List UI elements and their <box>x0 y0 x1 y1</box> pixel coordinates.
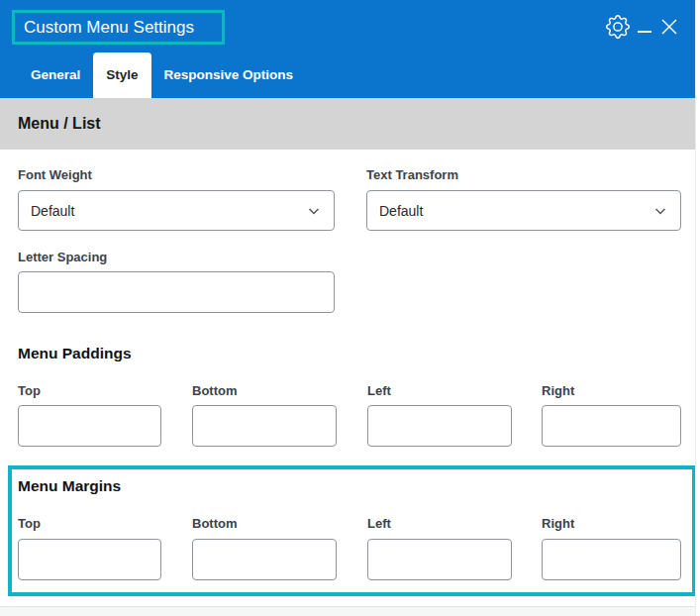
padding-right-label: Right <box>542 383 574 398</box>
tab-responsive-options[interactable]: Responsive Options <box>151 52 307 98</box>
margin-right-label: Right <box>542 516 574 531</box>
menu-paddings-heading: Menu Paddings <box>18 345 132 362</box>
font-weight-value: Default <box>31 203 306 219</box>
padding-left-label: Left <box>367 383 391 398</box>
chevron-down-icon <box>306 203 322 219</box>
letter-spacing-input[interactable] <box>18 271 335 313</box>
dialog-header: Custom Menu Settings General Style Respo… <box>0 0 695 98</box>
margin-bottom-input[interactable] <box>192 539 337 580</box>
font-weight-select[interactable]: Default <box>18 190 335 231</box>
margin-left-input[interactable] <box>367 539 512 580</box>
text-transform-select[interactable]: Default <box>366 190 681 231</box>
next-section-edge <box>0 606 695 616</box>
padding-left-input[interactable] <box>367 405 512 447</box>
margin-right-input[interactable] <box>542 539 681 580</box>
close-icon[interactable] <box>658 16 680 38</box>
padding-bottom-input[interactable] <box>192 405 337 447</box>
scrollbar-gutter <box>695 0 700 616</box>
tab-general[interactable]: General <box>18 52 93 98</box>
margin-top-label: Top <box>18 516 41 531</box>
padding-right-input[interactable] <box>542 405 681 447</box>
padding-bottom-label: Bottom <box>192 383 238 398</box>
font-weight-label: Font Weight <box>18 167 92 182</box>
chevron-down-icon <box>652 203 668 219</box>
gear-icon[interactable] <box>606 15 630 39</box>
margin-bottom-label: Bottom <box>192 516 238 531</box>
menu-margins-heading: Menu Margins <box>18 477 121 495</box>
title-highlight-annotation: Custom Menu Settings <box>12 10 225 45</box>
minimize-icon[interactable] <box>638 31 651 33</box>
section-header-menu-list[interactable]: Menu / List <box>0 98 695 150</box>
tab-bar: General Style Responsive Options <box>18 52 306 98</box>
padding-top-input[interactable] <box>18 405 161 447</box>
margin-left-label: Left <box>367 516 391 531</box>
section-header-label: Menu / List <box>0 115 101 133</box>
text-transform-label: Text Transform <box>366 167 458 182</box>
custom-menu-settings-dialog: Custom Menu Settings General Style Respo… <box>0 0 700 616</box>
letter-spacing-label: Letter Spacing <box>18 250 107 264</box>
tab-style[interactable]: Style <box>93 52 150 98</box>
dialog-title: Custom Menu Settings <box>15 18 194 38</box>
text-transform-value: Default <box>379 203 652 219</box>
padding-top-label: Top <box>18 383 41 398</box>
margin-top-input[interactable] <box>18 539 161 580</box>
